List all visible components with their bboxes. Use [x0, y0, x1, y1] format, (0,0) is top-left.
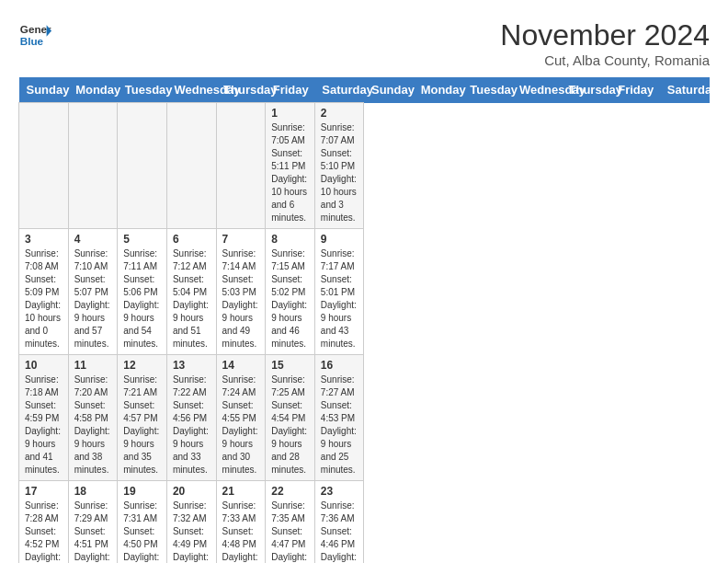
calendar-cell: 23Sunrise: 7:36 AMSunset: 4:46 PMDayligh… — [314, 481, 364, 564]
header-day-monday: Monday — [414, 77, 463, 103]
day-info: Sunrise: 7:31 AMSunset: 4:50 PMDaylight:… — [123, 500, 161, 563]
sunrise-text: Sunrise: 7:33 AM — [222, 500, 260, 525]
day-info: Sunrise: 7:20 AMSunset: 4:58 PMDaylight:… — [74, 373, 112, 477]
logo: General Blue — [18, 18, 51, 52]
daylight-text: Daylight: 9 hours and 49 minutes. — [222, 299, 260, 350]
logo-icon: General Blue — [18, 18, 51, 52]
calendar-week-row: 1Sunrise: 7:05 AMSunset: 5:11 PMDaylight… — [19, 103, 710, 229]
header-wednesday: Wednesday — [166, 77, 216, 103]
sunset-text: Sunset: 5:03 PM — [222, 273, 260, 299]
day-info: Sunrise: 7:21 AMSunset: 4:57 PMDaylight:… — [123, 373, 161, 477]
sunset-text: Sunset: 5:07 PM — [74, 273, 112, 299]
daylight-text: Daylight: 10 hours and 3 minutes. — [321, 173, 358, 224]
sunset-text: Sunset: 4:54 PM — [271, 399, 309, 425]
daylight-text: Daylight: 9 hours and 10 minutes. — [321, 551, 358, 563]
header-thursday: Thursday — [216, 77, 266, 103]
day-number: 2 — [321, 107, 358, 120]
daylight-text: Daylight: 10 hours and 6 minutes. — [271, 173, 309, 224]
day-number: 9 — [321, 233, 358, 246]
calendar-cell: 8Sunrise: 7:15 AMSunset: 5:02 PMDaylight… — [266, 229, 315, 355]
day-info: Sunrise: 7:36 AMSunset: 4:46 PMDaylight:… — [321, 500, 358, 563]
day-info: Sunrise: 7:11 AMSunset: 5:06 PMDaylight:… — [123, 247, 161, 350]
daylight-text: Daylight: 9 hours and 35 minutes. — [123, 425, 161, 477]
day-info: Sunrise: 7:22 AMSunset: 4:56 PMDaylight:… — [173, 373, 210, 477]
day-info: Sunrise: 7:05 AMSunset: 5:11 PMDaylight:… — [271, 121, 309, 224]
calendar-cell — [166, 103, 216, 229]
calendar-week-row: 17Sunrise: 7:28 AMSunset: 4:52 PMDayligh… — [19, 481, 710, 564]
location: Cut, Alba County, Romania — [500, 52, 710, 68]
sunrise-text: Sunrise: 7:11 AM — [123, 247, 161, 273]
header-monday: Monday — [68, 77, 118, 103]
daylight-text: Daylight: 9 hours and 43 minutes. — [321, 299, 358, 350]
day-number: 20 — [173, 485, 210, 498]
calendar-cell: 22Sunrise: 7:35 AMSunset: 4:47 PMDayligh… — [266, 481, 315, 564]
calendar-cell: 7Sunrise: 7:14 AMSunset: 5:03 PMDaylight… — [216, 229, 266, 355]
title-area: November 2024 Cut, Alba County, Romania — [500, 18, 710, 68]
sunrise-text: Sunrise: 7:35 AM — [271, 500, 309, 525]
calendar-cell: 21Sunrise: 7:33 AMSunset: 4:48 PMDayligh… — [216, 481, 266, 564]
day-number: 11 — [74, 359, 112, 372]
day-number: 16 — [321, 359, 358, 372]
calendar-cell — [19, 103, 69, 229]
daylight-text: Daylight: 9 hours and 41 minutes. — [25, 425, 63, 477]
daylight-text: Daylight: 9 hours and 21 minutes. — [74, 551, 112, 563]
calendar-cell — [68, 103, 118, 229]
sunrise-text: Sunrise: 7:27 AM — [321, 373, 358, 399]
sunrise-text: Sunrise: 7:32 AM — [173, 500, 210, 525]
sunset-text: Sunset: 4:51 PM — [74, 525, 112, 551]
calendar-cell: 1Sunrise: 7:05 AMSunset: 5:11 PMDaylight… — [266, 103, 315, 229]
day-number: 1 — [271, 107, 309, 120]
day-info: Sunrise: 7:10 AMSunset: 5:07 PMDaylight:… — [74, 247, 112, 350]
sunrise-text: Sunrise: 7:31 AM — [123, 500, 161, 525]
day-info: Sunrise: 7:24 AMSunset: 4:55 PMDaylight:… — [222, 373, 260, 477]
sunset-text: Sunset: 4:53 PM — [321, 399, 358, 425]
day-number: 3 — [25, 233, 63, 246]
calendar-cell: 20Sunrise: 7:32 AMSunset: 4:49 PMDayligh… — [166, 481, 216, 564]
sunset-text: Sunset: 4:59 PM — [25, 399, 63, 425]
header-tuesday: Tuesday — [118, 77, 167, 103]
sunrise-text: Sunrise: 7:15 AM — [271, 247, 309, 273]
day-info: Sunrise: 7:28 AMSunset: 4:52 PMDaylight:… — [25, 500, 63, 563]
daylight-text: Daylight: 9 hours and 46 minutes. — [271, 299, 309, 350]
day-info: Sunrise: 7:08 AMSunset: 5:09 PMDaylight:… — [25, 247, 63, 350]
sunset-text: Sunset: 5:04 PM — [173, 273, 210, 299]
svg-text:Blue: Blue — [20, 35, 44, 47]
day-number: 14 — [222, 359, 260, 372]
sunrise-text: Sunrise: 7:36 AM — [321, 500, 358, 525]
header-friday: Friday — [266, 77, 315, 103]
calendar-table: SundayMondayTuesdayWednesdayThursdayFrid… — [18, 77, 710, 563]
day-info: Sunrise: 7:15 AMSunset: 5:02 PMDaylight:… — [271, 247, 309, 350]
day-info: Sunrise: 7:33 AMSunset: 4:48 PMDaylight:… — [222, 500, 260, 563]
sunset-text: Sunset: 4:56 PM — [173, 399, 210, 425]
calendar-cell: 17Sunrise: 7:28 AMSunset: 4:52 PMDayligh… — [19, 481, 69, 564]
day-info: Sunrise: 7:12 AMSunset: 5:04 PMDaylight:… — [173, 247, 210, 350]
sunset-text: Sunset: 4:49 PM — [173, 525, 210, 551]
calendar-cell: 14Sunrise: 7:24 AMSunset: 4:55 PMDayligh… — [216, 355, 266, 481]
calendar-cell — [118, 103, 167, 229]
day-number: 7 — [222, 233, 260, 246]
calendar-cell: 4Sunrise: 7:10 AMSunset: 5:07 PMDaylight… — [68, 229, 118, 355]
day-number: 23 — [321, 485, 358, 498]
daylight-text: Daylight: 9 hours and 16 minutes. — [173, 551, 210, 563]
calendar-cell — [216, 103, 266, 229]
calendar-cell: 6Sunrise: 7:12 AMSunset: 5:04 PMDaylight… — [166, 229, 216, 355]
day-info: Sunrise: 7:35 AMSunset: 4:47 PMDaylight:… — [271, 500, 309, 563]
daylight-text: Daylight: 9 hours and 12 minutes. — [271, 551, 309, 563]
day-number: 19 — [123, 485, 161, 498]
sunrise-text: Sunrise: 7:25 AM — [271, 373, 309, 399]
calendar-cell: 19Sunrise: 7:31 AMSunset: 4:50 PMDayligh… — [118, 481, 167, 564]
sunrise-text: Sunrise: 7:29 AM — [74, 500, 112, 525]
day-number: 8 — [271, 233, 309, 246]
calendar-header-row: SundayMondayTuesdayWednesdayThursdayFrid… — [19, 77, 710, 103]
calendar-cell: 15Sunrise: 7:25 AMSunset: 4:54 PMDayligh… — [266, 355, 315, 481]
header-sunday: Sunday — [19, 77, 69, 103]
sunset-text: Sunset: 5:11 PM — [271, 147, 309, 173]
sunset-text: Sunset: 4:57 PM — [123, 399, 161, 425]
sunrise-text: Sunrise: 7:08 AM — [25, 247, 63, 273]
header-day-thursday: Thursday — [562, 77, 611, 103]
daylight-text: Daylight: 9 hours and 51 minutes. — [173, 299, 210, 350]
day-number: 17 — [25, 485, 63, 498]
day-info: Sunrise: 7:27 AMSunset: 4:53 PMDaylight:… — [321, 373, 358, 477]
sunset-text: Sunset: 4:58 PM — [74, 399, 112, 425]
calendar-week-row: 3Sunrise: 7:08 AMSunset: 5:09 PMDaylight… — [19, 229, 710, 355]
